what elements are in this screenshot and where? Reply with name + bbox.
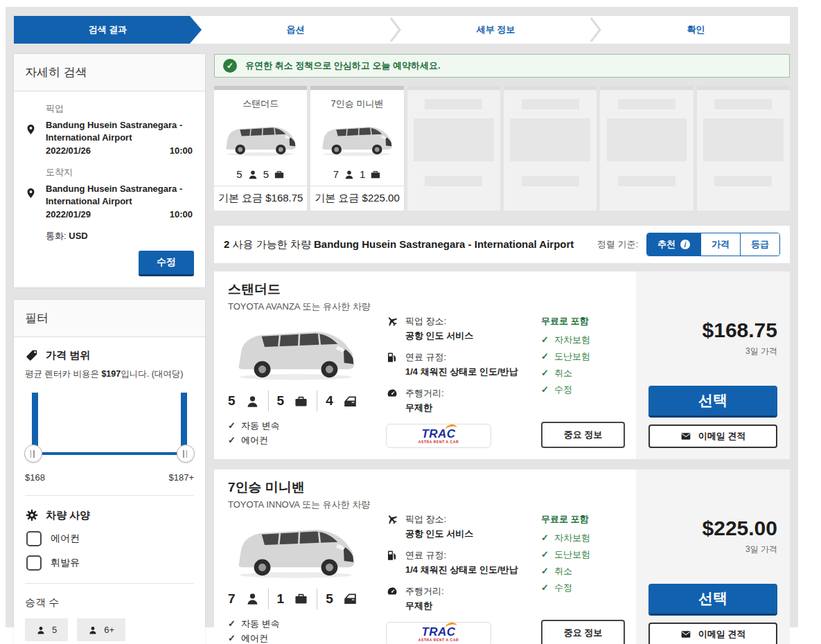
carousel-card-specs: 7 1 xyxy=(310,168,403,180)
vehicle-features: ✓자동 변속 ✓에어컨 xyxy=(228,418,375,448)
pickup-time: 10:00 xyxy=(170,145,193,156)
email-quote-button[interactable]: 이메일 견적 xyxy=(648,424,777,448)
listing-info-column: 픽업 장소:공항 인도 서비스 연료 규정:1/4 채워진 상태로 인도/반납 … xyxy=(386,280,530,448)
sidebar: 자세히 검색 픽업 Bandung Husein Sastranegara - … xyxy=(14,54,205,644)
carousel-card-name: 7인승 미니밴 xyxy=(310,98,403,110)
envelope-icon xyxy=(680,431,691,442)
slider-handle-min[interactable] xyxy=(24,445,42,463)
price-range-title: 가격 범위 xyxy=(46,349,90,362)
car-door-icon xyxy=(343,394,357,409)
sort-rating-button[interactable]: 등급 xyxy=(740,233,779,256)
listing-vehicle-column: 7인승 미니밴 TOYOTA INNOVA 또는 유사한 차량 7 1 5 xyxy=(228,478,375,644)
edit-search-button[interactable]: 수정 xyxy=(139,251,194,276)
price-period: 3일 가격 xyxy=(648,544,777,555)
carousel-card-name: 스탠더드 xyxy=(214,98,307,110)
chevron-right-icon xyxy=(590,16,602,44)
banner-text: 유연한 취소 정책으로 안심하고 오늘 예약하세요. xyxy=(245,60,441,72)
speedometer-icon xyxy=(386,387,398,400)
plane-icon xyxy=(386,315,398,328)
dropoff-date: 2022/01/29 xyxy=(46,209,91,220)
sort-price-button[interactable]: 가격 xyxy=(700,233,740,256)
car-door-icon xyxy=(343,591,357,606)
currency-row: 통화: USD xyxy=(46,230,194,242)
person-icon xyxy=(88,625,98,635)
vehicle-specs-row: 7 1 5 xyxy=(228,589,375,609)
select-button[interactable]: 선택 xyxy=(648,386,777,418)
passenger-count-title: 승객 수 xyxy=(25,596,194,609)
vendor-logo: TRAC ASTRA RENT A CAR xyxy=(386,424,491,448)
info-icon: i xyxy=(680,240,690,249)
person-icon xyxy=(245,394,260,409)
briefcase-icon xyxy=(294,591,308,606)
step-details[interactable]: 세부 정보 xyxy=(402,16,590,44)
results-count-text: 2 사용 가능한 차량 Bandung Husein Sastranegara … xyxy=(224,238,574,251)
carousel-card-placeholder xyxy=(407,86,500,211)
price-min-label: $168 xyxy=(25,472,45,483)
carousel-card-standard[interactable]: 스탠더드 5 5 기본 요금 $168.75 xyxy=(214,86,307,211)
carousel-card-minivan[interactable]: 7인승 미니밴 7 1 기본 요금 $225.00 xyxy=(310,86,403,211)
listing-vehicle-column: 스탠더드 TOYOTA AVANZA 또는 유사한 차량 5 5 4 xyxy=(228,280,375,448)
check-icon: ✓ xyxy=(228,435,236,445)
dropoff-label: 도착지 xyxy=(46,166,194,179)
car-image xyxy=(316,117,398,160)
gear-icon xyxy=(25,508,39,522)
carousel-card-placeholder xyxy=(697,86,790,211)
car-image xyxy=(228,316,364,386)
vehicle-specs-row: 5 5 4 xyxy=(228,391,375,411)
car-image xyxy=(220,117,301,160)
check-icon: ✓ xyxy=(541,351,549,361)
vehicle-specs-title: 차량 사양 xyxy=(46,509,90,522)
sort-label: 정렬 기준: xyxy=(597,238,638,251)
select-button[interactable]: 선택 xyxy=(648,584,777,616)
filter-panel-title: 필터 xyxy=(14,300,205,337)
step-search-results[interactable]: 검색 결과 xyxy=(14,16,202,44)
passenger-filter-5[interactable]: 5 xyxy=(25,618,68,641)
carousel-card-fare: 기본 요금 $168.75 xyxy=(214,186,307,211)
briefcase-icon xyxy=(370,169,381,180)
important-info-button[interactable]: 중요 정보 xyxy=(541,620,625,644)
vehicle-carousel: 스탠더드 5 5 기본 요금 $168.75 7인승 미니밴 xyxy=(214,86,790,211)
fuel-pump-icon xyxy=(386,549,398,562)
vehicle-similar-text: TOYOTA INNOVA 또는 유사한 차량 xyxy=(228,499,375,511)
check-icon: ✓ xyxy=(228,633,236,643)
step-confirm[interactable]: 확인 xyxy=(602,16,790,44)
vehicle-listing-standard: 스탠더드 TOYOTA AVANZA 또는 유사한 차량 5 5 4 xyxy=(214,271,790,459)
vehicle-specs-title-row: 차량 사양 xyxy=(25,508,194,522)
price-period: 3일 가격 xyxy=(648,346,777,357)
check-circle-icon: ✓ xyxy=(223,59,237,73)
email-quote-button[interactable]: 이메일 견적 xyxy=(648,623,777,644)
divider xyxy=(25,495,194,496)
vehicle-similar-text: TOYOTA AVANZA 또는 유사한 차량 xyxy=(228,301,375,313)
dropoff-location: Bandung Husein Sastranegara - Internatio… xyxy=(46,183,194,207)
carousel-card-fare: 기본 요금 $225.00 xyxy=(310,186,403,211)
step-options[interactable]: 옵션 xyxy=(202,16,389,44)
important-info-button[interactable]: 중요 정보 xyxy=(541,422,625,448)
person-icon xyxy=(344,169,355,180)
location-pin-icon xyxy=(25,166,37,220)
check-icon: ✓ xyxy=(541,566,549,576)
total-price: $225.00 xyxy=(648,517,777,540)
checkbox-aircon[interactable] xyxy=(26,531,42,546)
checkbox-gasoline[interactable] xyxy=(26,555,42,571)
price-range-title-row: 가격 범위 xyxy=(25,348,194,362)
cancellation-banner: ✓ 유연한 취소 정책으로 안심하고 오늘 예약하세요. xyxy=(214,54,790,78)
car-image xyxy=(228,514,364,584)
passenger-filter-6plus[interactable]: 6+ xyxy=(77,618,125,641)
sort-recommended-button[interactable]: 추천 i xyxy=(647,233,700,256)
listing-includes-column: 무료로 포함 ✓자차보험 ✓도난보험 ✓취소 ✓수정 중요 정보 xyxy=(541,478,625,644)
location-pin-icon xyxy=(25,102,37,156)
chevron-right-icon xyxy=(389,16,402,44)
card-top-strip xyxy=(310,86,403,90)
vehicle-name: 7인승 미니밴 xyxy=(228,478,375,497)
slider-handle-max[interactable] xyxy=(177,445,195,463)
price-max-label: $187+ xyxy=(168,472,194,483)
vehicle-features: ✓자동 변속 ✓에어컨 xyxy=(228,616,375,644)
total-price: $168.75 xyxy=(648,319,777,342)
price-range-slider xyxy=(32,391,187,462)
includes-title: 무료로 포함 xyxy=(541,513,625,526)
person-icon xyxy=(245,591,260,606)
slider-track xyxy=(32,452,187,455)
sort-button-group: 추천 i 가격 등급 xyxy=(646,233,780,256)
check-icon: ✓ xyxy=(541,582,549,593)
results-area: ✓ 유연한 취소 정책으로 안심하고 오늘 예약하세요. 스탠더드 5 5 기본 xyxy=(214,54,790,644)
